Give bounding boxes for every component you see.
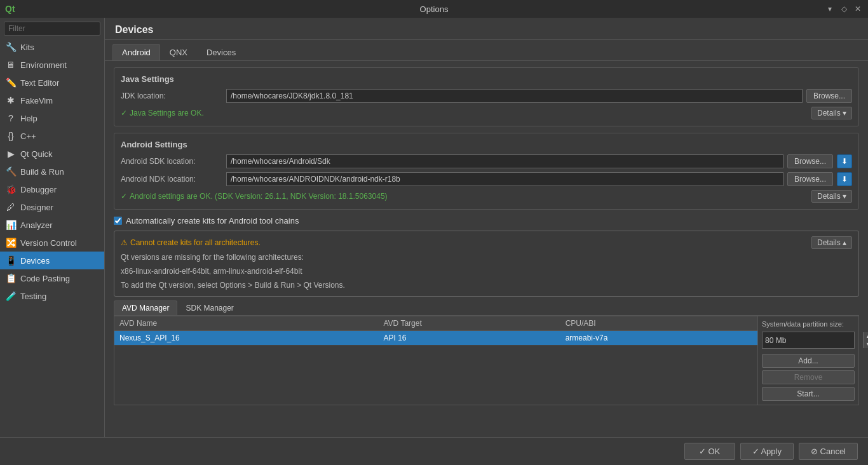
auto-kits-label: Automatically create kits for Android to… — [126, 216, 299, 226]
environment-label: Environment — [20, 60, 67, 70]
debugger-icon: 🐞 — [5, 184, 17, 195]
cancel-button[interactable]: ⊘ Cancel — [799, 443, 858, 460]
sidebar-item-qt-quick[interactable]: ▶ Qt Quick — [0, 145, 104, 163]
testing-label: Testing — [20, 292, 46, 301]
jdk-browse-button[interactable]: Browse... — [806, 89, 852, 103]
sidebar-item-debugger[interactable]: 🐞 Debugger — [0, 180, 104, 198]
maximize-button[interactable]: ◇ — [839, 4, 849, 14]
warning-box: ⚠ Cannot create kits for all architectur… — [114, 231, 859, 297]
minimize-button[interactable]: ▾ — [825, 4, 835, 14]
tab-android[interactable]: Android — [112, 44, 160, 60]
partition-input[interactable] — [763, 335, 863, 346]
sidebar-item-environment[interactable]: 🖥 Environment — [0, 56, 104, 74]
filter-box — [4, 22, 100, 36]
java-details-button[interactable]: Details ▾ — [811, 107, 852, 119]
partition-label: System/data partition size: — [762, 320, 855, 328]
ndk-label: Android NDK location: — [121, 175, 222, 184]
checkmark-icon: ✓ — [121, 109, 127, 118]
android-status-ok: ✓ Android settings are OK. (SDK Version:… — [121, 192, 388, 201]
kits-label: Kits — [20, 43, 34, 52]
sidebar-item-version-control[interactable]: 🔀 Version Control — [0, 234, 104, 252]
analyzer-icon: 📊 — [5, 219, 17, 231]
sidebar-item-designer[interactable]: 🖊 Designer — [0, 198, 104, 216]
java-settings-title: Java Settings — [121, 74, 852, 84]
avd-name: Nexus_S_API_16 — [114, 331, 379, 346]
devices-label: Devices — [20, 256, 50, 266]
scroll-area: Java Settings JDK location: Browse... ✓ … — [105, 61, 868, 437]
cpp-label: C++ — [20, 131, 36, 141]
sidebar-item-fakevim[interactable]: ✱ FakeVim — [0, 91, 104, 109]
build-run-icon: 🔨 — [5, 166, 17, 177]
version-control-icon: 🔀 — [5, 237, 17, 248]
auto-kits-checkbox[interactable] — [114, 217, 122, 225]
app-logo: Qt — [5, 4, 15, 14]
avd-col-name: AVD Name — [114, 316, 379, 331]
window-controls: ▾ ◇ ✕ — [825, 4, 863, 14]
warning-details-button[interactable]: Details ▴ — [811, 236, 852, 249]
sidebar: 🔧 Kits 🖥 Environment ✏️ Text Editor ✱ Fa… — [0, 18, 105, 437]
text-editor-label: Text Editor — [20, 78, 59, 88]
sub-tab-bar: AVD ManagerSDK Manager — [114, 300, 859, 316]
sidebar-item-build-run[interactable]: 🔨 Build & Run — [0, 163, 104, 180]
sdk-label: Android SDK location: — [121, 157, 222, 166]
version-control-label: Version Control — [20, 238, 77, 248]
fakevim-icon: ✱ — [5, 95, 17, 106]
ndk-row: Android NDK location: Browse... ⬇ — [121, 172, 852, 186]
sidebar-item-code-pasting[interactable]: 📋 Code Pasting — [0, 269, 104, 287]
warning-info2: x86-linux-android-elf-64bit, arm-linux-a… — [121, 266, 852, 277]
code-pasting-label: Code Pasting — [20, 274, 70, 283]
auto-kits-row: Automatically create kits for Android to… — [114, 216, 859, 226]
qt-quick-icon: ▶ — [5, 148, 17, 159]
remove-avd-button[interactable]: Remove — [762, 370, 855, 384]
sdk-input[interactable] — [226, 154, 783, 168]
ndk-browse-button[interactable]: Browse... — [787, 172, 833, 186]
sdk-row: Android SDK location: Browse... ⬇ — [121, 154, 852, 168]
ndk-input[interactable] — [226, 172, 783, 186]
android-details-button[interactable]: Details ▾ — [811, 190, 852, 203]
partition-increment[interactable]: ▲ — [864, 332, 868, 340]
help-icon: ? — [5, 112, 17, 124]
avd-sidebar: System/data partition size: ▲ ▼ Add... R… — [757, 316, 859, 405]
sidebar-item-help[interactable]: ? Help — [0, 109, 104, 127]
jdk-input[interactable] — [226, 89, 803, 103]
sidebar-item-testing[interactable]: 🧪 Testing — [0, 287, 104, 305]
ok-button[interactable]: ✓ OK — [684, 443, 735, 460]
table-row[interactable]: Nexus_S_API_16 API 16 armeabi-v7a — [114, 331, 757, 346]
apply-button[interactable]: ✓ Apply — [740, 443, 794, 460]
partition-decrement[interactable]: ▼ — [864, 340, 868, 349]
warning-info1: Qt versions are missing for the followin… — [121, 252, 852, 263]
sidebar-item-devices[interactable]: 📱 Devices — [0, 252, 104, 269]
avd-table: AVD Name AVD Target CPU/ABI Nexus_S_API_… — [114, 316, 757, 346]
add-avd-button[interactable]: Add... — [762, 354, 855, 368]
sidebar-item-cpp[interactable]: {} C++ — [0, 127, 104, 145]
sub-tab-sdk-manager[interactable]: SDK Manager — [177, 300, 241, 315]
partition-spinner: ▲ ▼ — [863, 332, 868, 348]
android-settings-section: Android Settings Android SDK location: B… — [114, 133, 859, 210]
tab-devices[interactable]: Devices — [197, 44, 245, 60]
qt-quick-label: Qt Quick — [20, 149, 53, 159]
footer: ✓ OK ✓ Apply ⊘ Cancel — [0, 437, 868, 465]
start-avd-button[interactable]: Start... — [762, 387, 855, 401]
build-run-label: Build & Run — [20, 167, 64, 177]
filter-input[interactable] — [4, 22, 100, 36]
tab-qnx[interactable]: QNX — [160, 44, 197, 60]
sidebar-item-text-editor[interactable]: ✏️ Text Editor — [0, 74, 104, 91]
title-bar: Qt Options ▾ ◇ ✕ — [0, 0, 868, 18]
warning-icon: ⚠ — [121, 238, 128, 247]
sdk-browse-button[interactable]: Browse... — [787, 154, 833, 168]
warning-info3: To add the Qt version, select Options > … — [121, 280, 852, 291]
analyzer-label: Analyzer — [20, 220, 53, 230]
close-button[interactable]: ✕ — [853, 4, 863, 14]
help-label: Help — [20, 114, 37, 123]
page-title: Devices — [105, 18, 868, 40]
jdk-row: JDK location: Browse... — [121, 89, 852, 103]
sub-tab-avd-manager[interactable]: AVD Manager — [114, 300, 177, 315]
sdk-download-button[interactable]: ⬇ — [837, 154, 852, 168]
kits-icon: 🔧 — [5, 41, 17, 53]
content-area: Devices AndroidQNXDevices Java Settings … — [105, 18, 868, 437]
sidebar-item-kits[interactable]: 🔧 Kits — [0, 38, 104, 56]
avd-col-target: AVD Target — [379, 316, 560, 331]
ndk-download-button[interactable]: ⬇ — [837, 172, 852, 186]
sidebar-item-analyzer[interactable]: 📊 Analyzer — [0, 216, 104, 234]
android-checkmark-icon: ✓ — [121, 192, 127, 201]
